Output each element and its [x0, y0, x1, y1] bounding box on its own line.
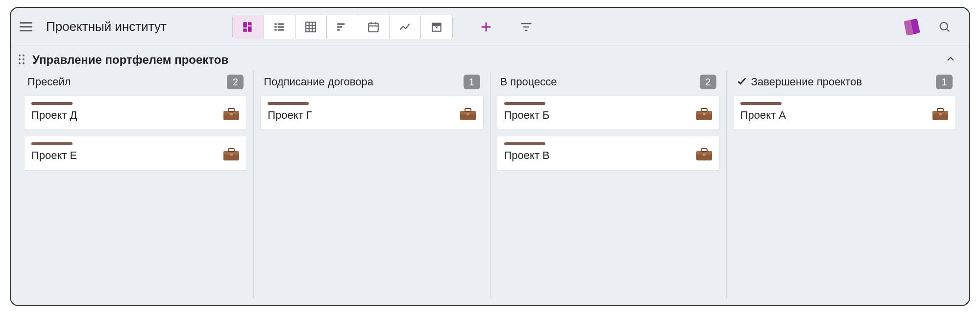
briefcase-icon: [223, 148, 240, 163]
briefcase-icon: [223, 108, 240, 123]
column-title: Подписание договора: [264, 76, 373, 88]
svg-rect-1: [244, 28, 247, 32]
svg-rect-42: [465, 108, 471, 111]
column-count: 1: [936, 75, 953, 89]
kanban-icon: [242, 21, 254, 33]
svg-rect-35: [230, 113, 233, 115]
color-theme-button[interactable]: [901, 15, 924, 39]
board-header: Управление портфелем проектов: [11, 46, 969, 71]
svg-rect-47: [703, 113, 706, 115]
svg-rect-46: [701, 108, 707, 111]
svg-rect-16: [338, 26, 343, 27]
card-title: Проект Б: [504, 109, 550, 122]
view-archive-button[interactable]: [421, 15, 452, 39]
briefcase-icon: [932, 108, 949, 123]
project-card[interactable]: Проект Д: [24, 96, 246, 130]
add-button[interactable]: [474, 15, 498, 39]
view-grid-button[interactable]: [295, 15, 327, 39]
chart-line-icon: [398, 21, 411, 33]
menu-button[interactable]: [20, 19, 36, 35]
calendar-icon: [367, 21, 380, 33]
svg-point-30: [940, 22, 948, 29]
svg-rect-50: [701, 149, 707, 152]
column-header[interactable]: Подписание договора 1: [261, 71, 483, 96]
column-title: Завершение проектов: [751, 76, 862, 88]
column-count: 1: [464, 75, 480, 89]
svg-rect-6: [275, 26, 277, 27]
column-count: 2: [700, 75, 716, 89]
search-icon: [938, 20, 952, 34]
svg-rect-15: [338, 23, 345, 25]
board-title: Управление портфелем проектов: [32, 53, 228, 67]
briefcase-icon: [696, 148, 712, 163]
briefcase-icon: [460, 108, 476, 123]
topbar: Проектный институт: [11, 8, 969, 46]
project-card[interactable]: Проект Г: [261, 96, 483, 130]
svg-rect-39: [230, 154, 233, 156]
svg-rect-7: [278, 26, 284, 27]
briefcase-icon: [696, 108, 712, 123]
svg-rect-54: [937, 108, 943, 111]
svg-rect-55: [939, 113, 942, 115]
svg-rect-18: [369, 23, 379, 31]
svg-rect-9: [278, 29, 284, 30]
card-title: Проект Д: [31, 109, 77, 122]
project-card[interactable]: Проект Б: [497, 96, 719, 130]
page-title: Проектный институт: [46, 19, 167, 34]
kanban-column: Завершение проектов 1 Проект А: [727, 71, 962, 298]
card-tag-bar: [31, 102, 73, 105]
plus-icon: [479, 20, 493, 34]
search-button[interactable]: [933, 15, 956, 39]
view-gantt-button[interactable]: [327, 15, 358, 39]
card-tag-bar: [268, 102, 309, 105]
svg-rect-4: [275, 23, 277, 25]
kanban-columns: Пресейл 2 Проект Д Проект Е: [11, 71, 969, 305]
view-list-button[interactable]: [264, 15, 295, 39]
drag-handle[interactable]: [19, 54, 27, 65]
card-title: Проект А: [740, 109, 786, 122]
svg-rect-38: [228, 149, 234, 152]
card-tag-bar: [504, 142, 545, 145]
kanban-column: Пресейл 2 Проект Д Проект Е: [18, 71, 254, 298]
card-title: Проект Е: [31, 149, 77, 162]
column-header[interactable]: В процессе 2: [497, 71, 719, 96]
svg-rect-10: [306, 22, 316, 32]
filter-icon: [519, 20, 533, 34]
card-tag-bar: [504, 102, 545, 105]
card-title: Проект В: [504, 149, 550, 162]
svg-rect-43: [466, 113, 469, 115]
card-title: Проект Г: [268, 109, 312, 122]
svg-rect-51: [703, 154, 706, 156]
app-frame: Проектный институт: [10, 7, 970, 306]
archive-icon: [430, 21, 443, 33]
card-tag-bar: [31, 142, 73, 145]
project-card[interactable]: Проект А: [734, 96, 956, 130]
check-icon: [736, 76, 747, 88]
column-title: В процессе: [500, 76, 557, 88]
column-header[interactable]: Пресейл 2: [24, 71, 246, 96]
collapse-board-button[interactable]: [945, 53, 956, 67]
svg-rect-8: [275, 29, 277, 30]
view-calendar-button[interactable]: [358, 15, 390, 39]
list-icon: [273, 21, 286, 33]
kanban-column: В процессе 2 Проект Б Проект В: [490, 71, 727, 298]
view-chart-button[interactable]: [390, 15, 421, 39]
view-kanban-button[interactable]: [233, 15, 264, 39]
card-tag-bar: [740, 102, 782, 105]
svg-rect-3: [248, 26, 252, 31]
svg-rect-0: [244, 22, 247, 27]
svg-line-31: [947, 28, 950, 31]
view-switcher: [232, 15, 453, 39]
kanban-column: Подписание договора 1 Проект Г: [254, 71, 490, 298]
svg-rect-34: [228, 108, 234, 111]
column-title: Пресейл: [27, 76, 71, 88]
project-card[interactable]: Проект В: [497, 136, 719, 170]
svg-rect-5: [278, 23, 284, 25]
grid-icon: [304, 21, 317, 33]
color-swatch-icon: [904, 18, 921, 36]
column-header[interactable]: Завершение проектов 1: [734, 71, 956, 96]
svg-rect-17: [338, 29, 340, 30]
svg-rect-2: [248, 22, 252, 26]
filter-button[interactable]: [514, 15, 538, 39]
project-card[interactable]: Проект Е: [24, 136, 246, 170]
